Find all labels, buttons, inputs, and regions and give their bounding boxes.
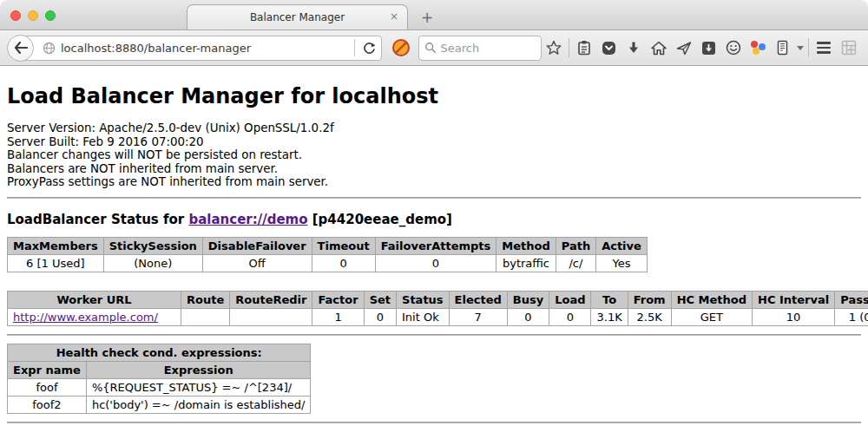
col-active: Active xyxy=(596,237,648,254)
notebook-extension-button[interactable] xyxy=(770,35,795,61)
window-controls xyxy=(10,10,56,21)
worker-header-row: Worker URL Route RouteRedir Factor Set S… xyxy=(8,291,868,308)
balancer-data-row: 6 [1 Used] (None) Off 0 0 bytraffic /c/ … xyxy=(8,254,648,272)
cell-stickysession: (None) xyxy=(103,254,202,272)
tab-groups-button[interactable] xyxy=(837,35,862,61)
worker-table: Worker URL Route RouteRedir Factor Set S… xyxy=(7,291,868,326)
tab-bar: Balancer Manager × + xyxy=(0,0,868,30)
back-arrow-icon xyxy=(14,42,28,54)
new-tab-button[interactable]: + xyxy=(417,9,437,26)
page-content: Load Balancer Manager for localhost Serv… xyxy=(0,66,868,426)
back-button[interactable] xyxy=(7,35,34,62)
server-version-line: Server Version: Apache/2.5.0-dev (Unix) … xyxy=(7,121,861,135)
divider xyxy=(7,334,861,336)
col-expression: Expression xyxy=(86,361,311,378)
cell-path: /c/ xyxy=(556,254,595,272)
col-route: Route xyxy=(181,291,230,308)
extension-colordots-button[interactable] xyxy=(746,35,771,61)
col-disablefailover: DisableFailover xyxy=(202,237,312,254)
cell-expression: %{REQUEST_STATUS} =~ /^[234]/ xyxy=(86,378,311,396)
cell-active: Yes xyxy=(596,254,648,272)
send-tab-button[interactable] xyxy=(671,35,696,61)
col-timeout: Timeout xyxy=(312,237,375,254)
col-set: Set xyxy=(364,291,396,308)
col-failoverattempts: FailoverAttempts xyxy=(375,237,496,254)
tab-balancer-manager[interactable]: Balancer Manager × xyxy=(187,4,408,29)
overflow-caret-icon[interactable] xyxy=(797,46,804,50)
worker-data-row: http://www.example.com/ 1 0 Init Ok 7 0 … xyxy=(8,308,868,325)
close-window-button[interactable] xyxy=(10,10,21,21)
cell-passes: 1 (0) xyxy=(835,308,868,325)
cell-set: 0 xyxy=(364,308,396,325)
hamburger-icon xyxy=(817,42,831,54)
search-input[interactable] xyxy=(441,42,536,55)
col-maxmembers: MaxMembers xyxy=(8,237,104,254)
col-passes: Passes xyxy=(835,291,868,308)
cell-to: 3.1K xyxy=(591,308,628,325)
col-busy: Busy xyxy=(507,291,549,308)
worker-url-link[interactable]: http://www.example.com/ xyxy=(13,311,158,324)
url-text[interactable]: localhost:8880/balancer-manager xyxy=(61,42,352,55)
health-check-table: Health check cond. expressions: Expr nam… xyxy=(7,344,311,414)
zoom-window-button[interactable] xyxy=(45,10,56,21)
urlbar-separator xyxy=(354,39,355,56)
cell-timeout: 0 xyxy=(312,254,375,272)
downloads-button[interactable] xyxy=(621,35,647,61)
divider xyxy=(7,197,861,199)
cell-routeredir xyxy=(230,308,312,325)
url-bar[interactable]: localhost:8880/balancer-manager xyxy=(21,36,382,61)
cell-hc-method: GET xyxy=(671,308,752,325)
balancer-table: MaxMembers StickySession DisableFailover… xyxy=(7,237,648,272)
browser-window: Balancer Manager × + localhost:8880/bala… xyxy=(0,0,868,426)
cell-load: 0 xyxy=(549,308,591,325)
col-stickysession: StickySession xyxy=(103,237,202,254)
minimize-window-button[interactable] xyxy=(28,10,38,21)
plugin-blocked-icon[interactable] xyxy=(390,36,412,59)
inherit-note-line: Balancers are NOT inherited from main se… xyxy=(7,162,861,176)
pocket-button[interactable] xyxy=(597,35,622,61)
cell-from: 2.5K xyxy=(628,308,671,325)
status-suffix: [p4420eeae_demo] xyxy=(308,212,452,227)
cell-expression: hc('body') =~ /domain is established/ xyxy=(86,396,311,413)
loadbalancer-status-heading: LoadBalancer Status for balancer://demo … xyxy=(7,212,861,227)
home-button[interactable] xyxy=(647,35,672,61)
server-info: Server Version: Apache/2.5.0-dev (Unix) … xyxy=(7,121,861,189)
reading-list-button[interactable] xyxy=(572,35,597,61)
cell-failoverattempts: 0 xyxy=(375,254,496,272)
col-method: Method xyxy=(496,237,556,254)
page-title: Load Balancer Manager for localhost xyxy=(7,66,861,121)
cell-worker-url: http://www.example.com/ xyxy=(8,308,181,325)
divider xyxy=(7,422,861,423)
persist-note-line: Balancer changes will NOT be persisted o… xyxy=(7,148,861,162)
search-bar[interactable] xyxy=(418,36,542,61)
col-routeredir: RouteRedir xyxy=(230,291,312,308)
col-load: Load xyxy=(549,291,591,308)
col-worker-url: Worker URL xyxy=(8,291,181,308)
cell-expr-name: foof2 xyxy=(8,396,87,413)
feedback-smiley-button[interactable] xyxy=(720,35,746,61)
search-icon xyxy=(424,42,437,54)
proxypass-note-line: ProxyPass settings are NOT inherited fro… xyxy=(7,175,861,189)
bookmark-star-button[interactable] xyxy=(542,35,567,61)
cell-route xyxy=(181,308,230,325)
cell-hc-interval: 10 xyxy=(753,308,835,325)
navigation-toolbar: localhost:8880/balancer-manager xyxy=(0,30,868,66)
cell-maxmembers: 6 [1 Used] xyxy=(8,254,104,272)
tab-title: Balancer Manager xyxy=(250,11,345,23)
menu-button[interactable] xyxy=(812,35,837,61)
health-title-row: Health check cond. expressions: xyxy=(8,344,311,361)
tab-close-icon[interactable]: × xyxy=(390,11,398,22)
cell-factor: 1 xyxy=(312,308,364,325)
cell-busy: 0 xyxy=(507,308,549,325)
health-table-title: Health check cond. expressions: xyxy=(8,344,311,361)
status-prefix: LoadBalancer Status for xyxy=(7,212,188,227)
reload-button[interactable] xyxy=(357,42,381,55)
cell-elected: 7 xyxy=(449,308,507,325)
balancer-demo-link[interactable]: balancer://demo xyxy=(188,212,307,227)
download-extension-button[interactable] xyxy=(696,35,721,61)
col-path: Path xyxy=(556,237,595,254)
cell-status: Init Ok xyxy=(397,308,450,325)
col-elected: Elected xyxy=(449,291,507,308)
balancer-header-row: MaxMembers StickySession DisableFailover… xyxy=(8,237,648,254)
col-to: To xyxy=(591,291,628,308)
